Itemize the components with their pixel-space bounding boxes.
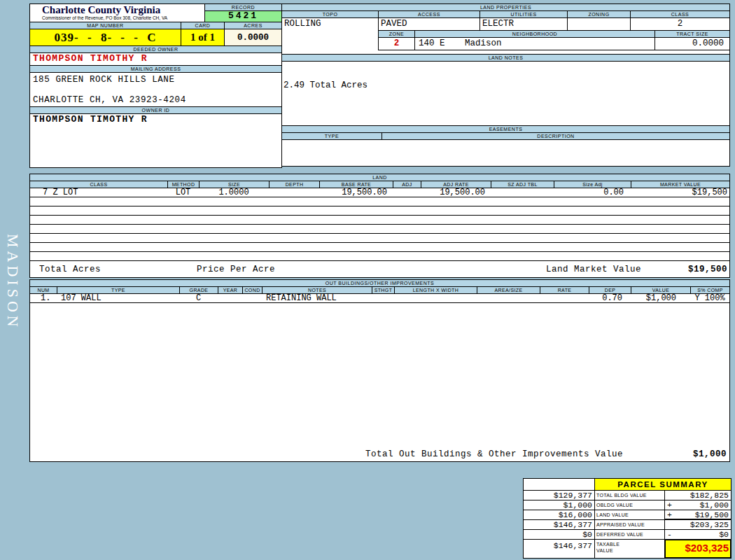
mailing-address-line2: CHARLOTTE CH, VA 23923-4204 (33, 95, 281, 105)
out-buildings-filler (30, 303, 729, 447)
owner-panel: Charlotte County Virginia Commissioner o… (29, 4, 282, 168)
out-buildings-header-row: NUM TYPE GRADE YEAR COND NOTES STHGT LEN… (30, 287, 729, 294)
ps-row-label: TAXABLE VALUE (594, 540, 664, 558)
easement-description-label: DESCRIPTION (382, 133, 729, 139)
tract-size-value: 0.0000 (654, 38, 729, 50)
access-label: ACCESS (378, 11, 479, 18)
easements-label: EASEMENTS (282, 125, 729, 133)
ob-notes-cell: RETAINING WALL (262, 294, 372, 302)
owner-panel-filler (30, 126, 281, 167)
deeded-owner-value: THOMPSON TIMOTHY R (30, 53, 281, 65)
price-per-acre-label: Price Per Acre (197, 265, 275, 274)
land-col-header: BASE RATE (319, 181, 393, 188)
out-buildings-total-row: Total Out Buildings & Other Improvements… (30, 447, 729, 461)
map-number-value-box: 039- - 8- - - C (30, 29, 181, 46)
ps-row-label: DEFERRED VALUE (594, 530, 664, 540)
parcel-summary-spacer-cell (524, 479, 594, 491)
ps-left-value: $146,377 (524, 520, 594, 530)
topo-label: TOPO (282, 11, 378, 18)
acres-cell: ACRES 0.0000 (224, 22, 281, 46)
zoning-value (567, 18, 630, 30)
ps-left-value: $129,377 (524, 491, 594, 500)
land-empty-row (30, 197, 729, 206)
class-label: CLASS (630, 11, 729, 18)
ob-value-cell: $1,000 (631, 294, 690, 302)
acres-value-box: 0.0000 (225, 29, 281, 46)
land-empty-row (30, 206, 729, 216)
zoning-label: ZONING (567, 11, 630, 18)
neighborhood-name: Madison (465, 38, 502, 48)
ob-dep-cell: 0.70 (589, 294, 631, 302)
ps-op: + (667, 510, 672, 519)
land-market-value-cell: $19,500 (631, 188, 729, 197)
land-table-header-row: CLASS METHOD SIZE DEPTH BASE RATE ADJ AD… (30, 181, 729, 188)
land-col-header: ADJ RATE (421, 181, 491, 188)
ps-row-value: $203,325 (664, 520, 731, 530)
ob-col-header: NUM (30, 287, 57, 293)
zone-header-spacer (282, 30, 378, 38)
land-base-rate-cell: 19,500.00 (319, 188, 393, 197)
out-buildings-row: 1. 107 WALL C RETAINING WALL 0.70 $1,000… (30, 294, 729, 303)
ps-op: + (667, 500, 672, 510)
ob-comp-cell: Y 100% (690, 294, 729, 302)
county-title-box: Charlotte County Virginia Commissioner o… (30, 4, 204, 22)
ps-left-value: $16,000 (524, 510, 594, 520)
ps-row-label: APPRAISED VALUE (594, 520, 664, 530)
out-buildings-section: OUT BUILDINGS/OTHER IMPROVEMENTS NUM TYP… (29, 279, 730, 462)
ps-left-value: $0 (524, 530, 594, 540)
land-col-header: MARKET VALUE (631, 181, 729, 188)
land-footer-row: Total Acres Price Per Acre Land Market V… (30, 261, 729, 277)
easements-header-row: TYPE DESCRIPTION (282, 133, 729, 140)
ob-col-header: RATE (540, 287, 589, 293)
land-empty-row (30, 216, 729, 225)
land-empty-row (30, 243, 729, 252)
owner-id-value: THOMPSON TIMOTHY R (30, 114, 281, 126)
land-depth-cell (269, 188, 319, 197)
total-acres-label: Total Acres (39, 265, 101, 274)
neighborhood-value: 140 EMadison (414, 38, 654, 50)
utilities-value: ELECTR (479, 18, 567, 30)
tract-size-label: TRACT SIZE (654, 30, 729, 38)
deeded-owner-label: DEEDED OWNER (30, 46, 281, 53)
acres-label: ACRES (225, 22, 281, 29)
land-adj-rate-cell: 19,500.00 (421, 188, 491, 197)
ps-row-label: OBLDG VALUE (594, 500, 664, 510)
access-value: PAVED (378, 18, 479, 30)
land-notes-label: LAND NOTES (282, 54, 729, 62)
land-market-value-label: Land Market Value (546, 265, 641, 274)
zone-neighborhood-value-row: 2 140 EMadison 0.0000 (282, 38, 729, 50)
land-class-cell: 7 Z LOT (30, 188, 167, 197)
parcel-summary: PARCEL SUMMARY $129,377 TOTAL BLDG VALUE… (523, 478, 732, 559)
mailing-address-block: 185 GREEN ROCK HILLS LANE CHARLOTTE CH, … (30, 73, 281, 106)
land-properties-header-row: TOPO ACCESS UTILITIES ZONING CLASS (282, 11, 729, 18)
land-empty-row (30, 234, 729, 243)
title-record-row: Charlotte County Virginia Commissioner o… (30, 4, 281, 22)
ob-col-header: LENGTH X WIDTH (394, 287, 477, 293)
parcel-summary-title: PARCEL SUMMARY (594, 479, 731, 491)
ob-year-cell (218, 294, 242, 302)
land-col-header: METHOD (167, 181, 199, 188)
map-number-cell: MAP NUMBER 039- - 8- - - C (30, 22, 181, 46)
mailing-address-line1: 185 GREEN ROCK HILLS LANE (33, 75, 281, 85)
land-section: LAND CLASS METHOD SIZE DEPTH BASE RATE A… (29, 174, 730, 278)
ps-row-value: -$0 (664, 530, 731, 540)
ob-col-header: DEP (589, 287, 631, 293)
zone-label: ZONE (378, 30, 414, 38)
acres-value: 0.0000 (237, 33, 269, 43)
ps-row-value: $182,825 (664, 491, 731, 500)
ps-row-value: +$19,500 (664, 510, 731, 520)
ob-col-header: AREA/SIZE (477, 287, 540, 293)
land-col-header: SIZE (199, 181, 269, 188)
map-number-label: MAP NUMBER (30, 22, 181, 29)
land-adj-cell (393, 188, 421, 197)
ob-rate-cell (540, 294, 589, 302)
ps-row-label: LAND VALUE (594, 510, 664, 520)
land-empty-row (30, 252, 729, 261)
mailing-address-label: MAILING ADDRESS (30, 65, 281, 73)
land-section-label: LAND (30, 174, 729, 181)
ob-type-cell: 107 WALL (57, 294, 179, 302)
neighborhood-code: 140 E (419, 38, 465, 49)
ob-length-width-cell (394, 294, 477, 302)
land-size-cell: 1.0000 (199, 188, 269, 197)
neighborhood-label: NEIGHBORHOOD (414, 30, 654, 38)
